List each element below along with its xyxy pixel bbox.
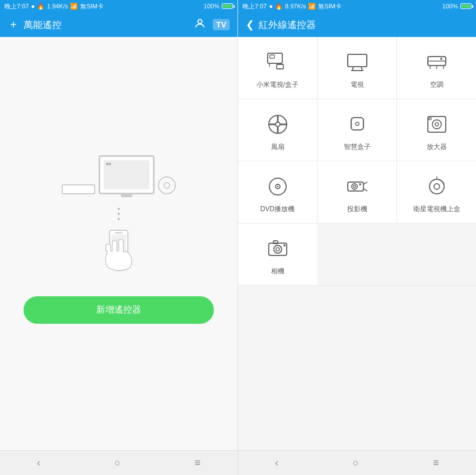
right-app-header: ❮ 紅外線遙控器 [238,12,476,37]
svg-rect-25 [351,118,363,130]
right-fire-icon: 🔥 [275,3,283,10]
svg-point-36 [353,185,356,188]
right-time: 晚上7:07 [242,2,267,11]
svg-rect-9 [348,54,367,67]
profile-button[interactable] [192,15,208,35]
tv-icon [345,50,370,74]
svg-point-44 [274,245,282,253]
amplifier-icon [424,112,449,137]
device-cell-amplifier[interactable]: 放大器 [397,99,476,161]
right-header-title: 紅外線遙控器 [259,18,468,31]
left-status-bar: 晚上7:07 ● 🔥 1.94K/s 📶 無SIM卡 100% [0,0,237,12]
right-battery-label: 100% [442,3,458,10]
left-panel: 晚上7:07 ● 🔥 1.94K/s 📶 無SIM卡 100% + 萬能遙控 T… [0,0,238,475]
left-signal-icon: ● [31,3,35,10]
device-cell-satellite[interactable]: 衛星電視機上盒 [397,161,476,223]
fan-icon [265,112,290,137]
left-nav-back[interactable]: ‹ [26,453,52,473]
projector-label: 投影機 [347,204,367,214]
svg-point-33 [277,185,278,187]
left-wifi-icon: 📶 [70,3,78,10]
projector-icon [345,174,370,199]
device-row-3: DVD播放機 投影機 [238,161,476,223]
svg-point-41 [434,184,440,189]
right-nav-menu[interactable]: ≡ [422,453,450,473]
device-grid: 小米電視/盒子 電視 [238,37,476,450]
left-main-content: mi [0,37,237,450]
left-carrier: 無SIM卡 [80,2,104,11]
left-fire-icon: 🔥 [37,3,45,10]
xiaomi-tv-label: 小米電視/盒子 [256,80,298,90]
device-cell-xiaomi-tv[interactable]: 小米電視/盒子 [238,37,318,99]
camera-label: 相機 [271,267,284,276]
left-time: 晚上7:07 [4,2,29,11]
device-row-4: 相機 [238,223,476,286]
svg-point-26 [356,122,359,125]
right-nav-home[interactable]: ○ [342,453,370,473]
illustration: mi [62,155,176,278]
xiaomi-tv-icon [265,50,290,74]
satellite-icon [424,174,449,199]
svg-point-30 [429,118,431,120]
right-battery-icon [460,3,472,9]
device-cell-camera[interactable]: 相機 [238,223,318,285]
tv-label: 電視 [351,80,364,90]
add-remote-button[interactable]: 新增遙控器 [24,296,214,324]
right-bottom-nav: ‹ ○ ≡ [238,450,476,475]
tv-group-illustration: mi [62,155,176,194]
svg-rect-7 [277,64,283,69]
svg-point-18 [440,58,442,60]
svg-rect-46 [273,241,278,244]
device-row-2: 風扇 智慧盒子 放大器 [238,99,476,161]
left-header-title: 萬能遙控 [24,18,187,31]
smart-box-label: 智慧盒子 [344,142,371,152]
right-status-bar: 晚上7:07 ● 🔥 8.97K/s 📶 無SIM卡 100% [238,0,476,12]
dvd-label: DVD播放機 [260,204,295,214]
svg-point-45 [276,248,279,251]
smart-box-icon [345,112,370,137]
add-remote-icon-button[interactable]: + [8,16,19,34]
right-network-speed: 8.97K/s [285,3,306,10]
ac-label: 空調 [430,80,444,90]
camera-icon [265,236,290,261]
fan-label: 風扇 [271,142,284,152]
right-wifi-icon: 📶 [308,3,316,10]
svg-point-24 [276,122,280,127]
svg-point-0 [198,19,202,23]
device-row-1: 小米電視/盒子 電視 [238,37,476,99]
hand-svg [94,228,144,278]
left-nav-menu[interactable]: ≡ [183,453,212,473]
svg-line-37 [363,182,367,184]
right-signal-icon: ● [269,3,273,10]
set-top-box-illust [62,184,95,194]
device-cell-dvd[interactable]: DVD播放機 [238,161,318,223]
tv-badge[interactable]: TV [213,19,230,30]
phone-hand-illust [94,228,144,278]
right-panel: 晚上7:07 ● 🔥 8.97K/s 📶 無SIM卡 100% ❮ 紅外線遙控器 [238,0,476,475]
device-cell-ac[interactable]: 空調 [397,37,476,99]
device-cell-fan[interactable]: 風扇 [238,99,318,161]
right-carrier: 無SIM卡 [318,2,342,11]
right-nav-back[interactable]: ‹ [264,453,290,473]
left-nav-home[interactable]: ○ [103,453,132,473]
svg-rect-27 [428,117,446,132]
device-cell-tv[interactable]: 電視 [318,37,397,99]
device-cell-smart-box[interactable]: 智慧盒子 [318,99,397,161]
left-app-header: + 萬能遙控 TV [0,12,237,37]
back-button[interactable]: ❮ [246,18,254,31]
speaker-illust [158,176,176,194]
svg-point-39 [359,183,361,185]
svg-rect-6 [270,55,274,58]
ac-icon [424,50,449,74]
dvd-icon [265,174,290,199]
svg-point-29 [435,123,438,126]
svg-point-35 [352,184,357,189]
device-cell-projector[interactable]: 投影機 [318,161,397,223]
left-battery-icon [222,3,233,9]
tv-main-illust: mi [99,155,155,194]
left-network-speed: 1.94K/s [47,3,68,10]
satellite-label: 衛星電視機上盒 [413,204,460,214]
svg-point-28 [432,120,441,129]
signal-dots [118,208,120,220]
amplifier-label: 放大器 [427,142,447,152]
